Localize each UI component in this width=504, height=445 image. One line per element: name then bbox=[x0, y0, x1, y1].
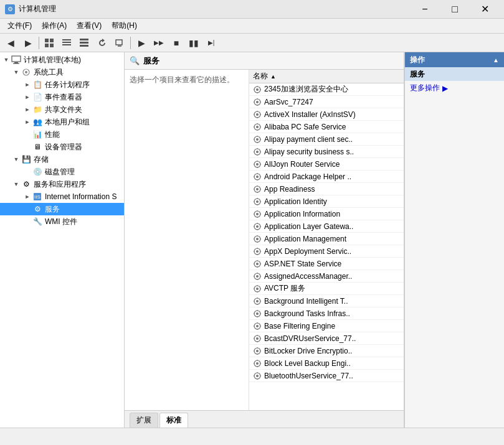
sidebar-label-event-viewer: 事件查看器 bbox=[45, 92, 82, 103]
service-row[interactable]: Application Management bbox=[249, 233, 404, 245]
svg-point-152 bbox=[256, 362, 259, 365]
search-icon: 🔍 bbox=[130, 56, 140, 65]
stop-button[interactable]: ■ bbox=[168, 35, 184, 50]
service-gear-icon bbox=[253, 260, 262, 268]
service-name: Block Level Backup Engi.. bbox=[264, 359, 351, 368]
svg-rect-3 bbox=[50, 44, 54, 47]
service-row[interactable]: AVCTP 服务 bbox=[249, 283, 404, 295]
service-row[interactable]: Application Layer Gatewa.. bbox=[249, 220, 404, 233]
pause-button[interactable]: ▮▮ bbox=[186, 35, 202, 50]
menu-help[interactable]: 帮助(H) bbox=[107, 19, 142, 33]
service-row[interactable]: ASP.NET State Service bbox=[249, 258, 404, 270]
sidebar-label-root: 计算机管理(本地) bbox=[24, 55, 81, 65]
service-row[interactable]: BluetoothUserService_77.. bbox=[249, 370, 404, 382]
col-header-name[interactable]: 名称 ▲ bbox=[249, 70, 374, 83]
svg-point-116 bbox=[256, 288, 259, 290]
service-row[interactable]: BitLocker Drive Encryptio.. bbox=[249, 345, 404, 357]
svg-rect-12 bbox=[12, 56, 21, 62]
refresh-button[interactable] bbox=[94, 35, 110, 50]
play-button[interactable]: ▶ bbox=[133, 35, 150, 50]
expander-icon: ▼ bbox=[1, 55, 11, 65]
play-all-button[interactable]: ▶▶ bbox=[151, 35, 167, 50]
service-name: AppX Deployment Servic.. bbox=[264, 247, 351, 256]
service-cell-name: BitLocker Drive Encryptio.. bbox=[249, 345, 374, 357]
export-button[interactable] bbox=[112, 35, 128, 50]
skip-button[interactable]: ▶| bbox=[203, 35, 219, 50]
tab-expand[interactable]: 扩展 bbox=[130, 413, 158, 428]
service-row[interactable]: Alipay security business s.. bbox=[249, 146, 404, 158]
service-name: 2345加速浏览器安全中心 bbox=[264, 84, 348, 95]
service-row[interactable]: Block Level Backup Engi.. bbox=[249, 357, 404, 370]
service-name: AarSvc_77247 bbox=[264, 98, 313, 106]
sidebar-item-device-manager[interactable]: ► 🖥 设备管理器 bbox=[0, 141, 124, 153]
tab-standard[interactable]: 标准 bbox=[159, 413, 188, 428]
service-row[interactable]: Base Filtering Engine bbox=[249, 320, 404, 332]
task-icon: 📋 bbox=[32, 80, 42, 90]
sidebar-item-system-tools[interactable]: ▼ 系统工具 bbox=[0, 66, 124, 78]
sidebar-item-shared-folders[interactable]: ► 📁 共享文件夹 bbox=[0, 103, 124, 116]
service-row[interactable]: Application Information bbox=[249, 208, 404, 220]
service-row[interactable]: AllJoyn Router Service bbox=[249, 158, 404, 171]
service-cell-name: AVCTP 服务 bbox=[249, 282, 374, 295]
svg-point-56 bbox=[256, 163, 259, 166]
menu-file[interactable]: 文件(F) bbox=[2, 19, 37, 33]
sidebar-item-disk-management[interactable]: ► 💿 磁盘管理 bbox=[0, 166, 124, 178]
svg-rect-4 bbox=[62, 39, 71, 40]
main-layout: ▼ 计算机管理(本地) ▼ 系统工具 ► 📋 任务计划程序 ► 📄 事件查看器 bbox=[0, 52, 504, 428]
sidebar-item-root[interactable]: ▼ 计算机管理(本地) bbox=[0, 54, 124, 66]
right-panel: 操作 ▲ 服务 更多操作 ▶ bbox=[404, 52, 504, 428]
service-name: BcastDVRUserService_77.. bbox=[264, 334, 356, 343]
view-btn-2[interactable] bbox=[59, 35, 75, 50]
service-row[interactable]: AssignedAccessManager.. bbox=[249, 270, 404, 283]
menu-action[interactable]: 操作(A) bbox=[37, 19, 72, 33]
service-row[interactable]: ActiveX Installer (AxInstSV) bbox=[249, 108, 404, 121]
service-row[interactable]: Background Tasks Infras.. bbox=[249, 307, 404, 320]
close-button[interactable]: ✕ bbox=[470, 0, 499, 19]
service-row[interactable]: Application Identity bbox=[249, 195, 404, 208]
sidebar-item-local-users[interactable]: ► 👥 本地用户和组 bbox=[0, 116, 124, 128]
service-cell-name: 2345加速浏览器安全中心 bbox=[249, 83, 374, 96]
service-name: ActiveX Installer (AxInstSV) bbox=[264, 110, 356, 119]
service-gear-icon bbox=[253, 297, 262, 306]
service-row[interactable]: AarSvc_77247 bbox=[249, 96, 404, 108]
service-row[interactable]: App Readiness bbox=[249, 183, 404, 195]
svg-point-80 bbox=[256, 213, 259, 215]
sidebar-item-event-viewer[interactable]: ► 📄 事件查看器 bbox=[0, 91, 124, 103]
svg-rect-1 bbox=[50, 39, 54, 42]
service-name: Application Management bbox=[264, 235, 346, 243]
service-cell-name: BcastDVRUserService_77.. bbox=[249, 333, 374, 344]
sidebar-label-shared-folders: 共享文件夹 bbox=[45, 105, 82, 115]
back-button[interactable]: ◀ bbox=[2, 35, 19, 50]
services-list[interactable]: 名称 ▲ 2345加速浏览器安全中心 bbox=[249, 70, 404, 410]
service-row[interactable]: AppX Deployment Servic.. bbox=[249, 245, 404, 258]
sidebar-item-performance[interactable]: ► 📊 性能 bbox=[0, 128, 124, 141]
sidebar-item-task-scheduler[interactable]: ► 📋 任务计划程序 bbox=[0, 78, 124, 91]
window-controls: − □ ✕ bbox=[411, 0, 499, 19]
service-row[interactable]: 2345加速浏览器安全中心 bbox=[249, 83, 404, 96]
event-icon: 📄 bbox=[32, 92, 42, 102]
action-more[interactable]: 更多操作 ▶ bbox=[405, 81, 504, 95]
sidebar-item-wmi[interactable]: ► 🔧 WMI 控件 bbox=[0, 215, 124, 228]
view-btn-3[interactable] bbox=[77, 35, 93, 50]
service-name: Application Layer Gatewa.. bbox=[264, 222, 353, 231]
service-row[interactable]: Alipay payment client sec.. bbox=[249, 133, 404, 146]
sidebar-item-services[interactable]: ► ⚙ 服务 bbox=[0, 203, 124, 215]
view-btn-1[interactable] bbox=[42, 35, 58, 50]
service-row[interactable]: Background Intelligent T.. bbox=[249, 295, 404, 307]
service-name: Alipay security business s.. bbox=[264, 148, 354, 156]
service-row[interactable]: BcastDVRUserService_77.. bbox=[249, 332, 404, 345]
sidebar-item-services-apps[interactable]: ▼ ⚙ 服务和应用程序 bbox=[0, 178, 124, 190]
maximize-button[interactable]: □ bbox=[440, 0, 469, 19]
menu-view[interactable]: 查看(V) bbox=[72, 19, 107, 33]
forward-button[interactable]: ▶ bbox=[20, 35, 36, 50]
service-row[interactable]: Alibaba PC Safe Service bbox=[249, 121, 404, 133]
sidebar-item-storage[interactable]: ▼ 💾 存储 bbox=[0, 153, 124, 166]
service-row[interactable]: Android Package Helper .. bbox=[249, 171, 404, 183]
minimize-button[interactable]: − bbox=[411, 0, 439, 19]
expander-icon: ► bbox=[22, 117, 32, 127]
sidebar-label-iis: Internet Information S bbox=[45, 192, 116, 201]
performance-icon: 📊 bbox=[32, 129, 42, 139]
service-cell-name: Application Layer Gatewa.. bbox=[249, 221, 374, 232]
sidebar-item-iis[interactable]: ► IIS Internet Information S bbox=[0, 190, 124, 203]
service-gear-icon bbox=[253, 359, 262, 368]
